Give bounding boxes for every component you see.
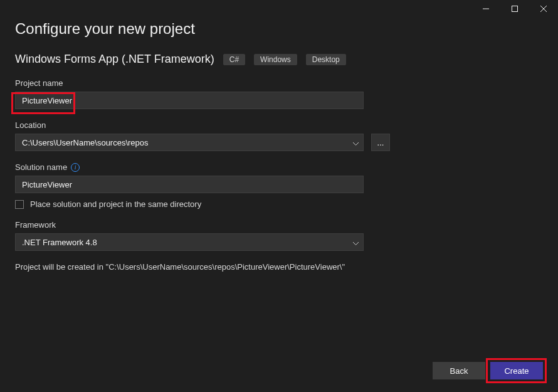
tag-platform: Windows <box>254 54 297 65</box>
maximize-icon <box>512 6 518 12</box>
minimize-icon <box>483 6 489 12</box>
minimize-button[interactable] <box>471 0 500 18</box>
location-label: Location <box>15 120 543 130</box>
window-titlebar <box>0 0 558 18</box>
framework-dropdown[interactable]: .NET Framework 4.8 <box>15 233 364 251</box>
info-icon[interactable]: i <box>71 163 80 172</box>
project-path-summary: Project will be created in "C:\Users\Use… <box>15 262 543 272</box>
create-button[interactable]: Create <box>490 362 543 379</box>
solution-name-label-text: Solution name <box>15 162 67 172</box>
template-row: Windows Forms App (.NET Framework) C# Wi… <box>15 53 543 66</box>
project-name-label: Project name <box>15 78 543 88</box>
maximize-button[interactable] <box>500 0 529 18</box>
browse-button[interactable]: ... <box>371 134 390 151</box>
tag-language: C# <box>223 54 245 65</box>
solution-name-input[interactable] <box>15 176 364 193</box>
svg-rect-1 <box>512 6 518 12</box>
page-title: Configure your new project <box>15 20 543 38</box>
close-icon <box>540 6 547 12</box>
solution-name-label: Solution name i <box>15 162 543 172</box>
tag-projecttype: Desktop <box>306 54 346 65</box>
location-dropdown[interactable]: C:\Users\UserName\sources\repos <box>15 134 364 151</box>
template-name: Windows Forms App (.NET Framework) <box>15 53 214 66</box>
project-name-input[interactable] <box>15 92 364 109</box>
framework-label: Framework <box>15 220 543 230</box>
back-button[interactable]: Back <box>433 362 485 379</box>
close-button[interactable] <box>529 0 558 18</box>
same-directory-label: Place solution and project in the same d… <box>30 199 201 209</box>
same-directory-checkbox[interactable] <box>15 200 24 209</box>
